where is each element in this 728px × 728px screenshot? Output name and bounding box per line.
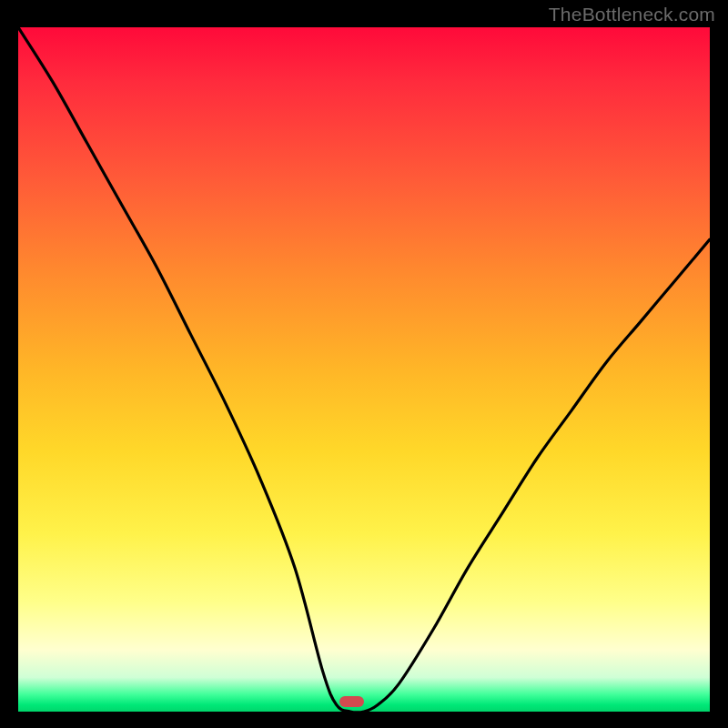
bottleneck-curve — [18, 27, 710, 712]
optimum-marker — [339, 696, 364, 707]
watermark-text: TheBottleneck.com — [549, 4, 715, 25]
plot-area — [18, 27, 710, 712]
chart-frame: TheBottleneck.com — [0, 0, 728, 728]
curve-path — [18, 27, 710, 712]
